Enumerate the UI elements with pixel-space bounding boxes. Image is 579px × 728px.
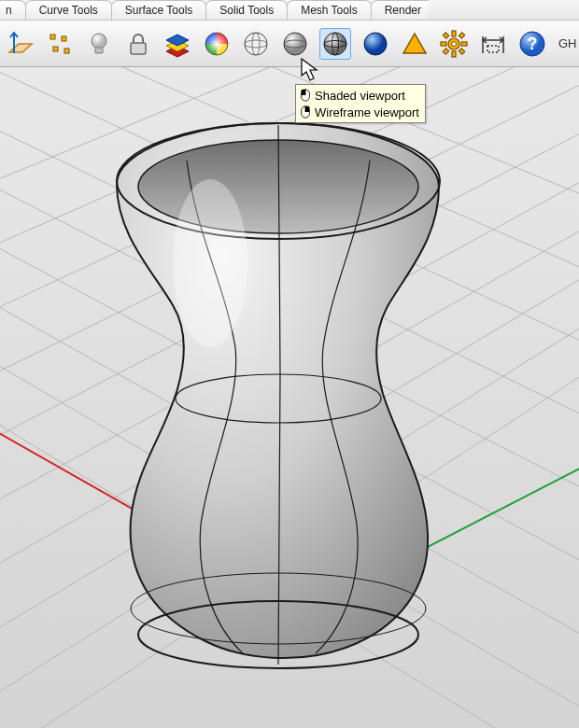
tab-label: Surface Tools xyxy=(125,4,193,17)
svg-rect-5 xyxy=(64,49,69,53)
help-icon[interactable]: ? xyxy=(517,28,547,60)
viewport-3d[interactable] xyxy=(0,67,579,728)
svg-marker-23 xyxy=(403,34,426,53)
light-icon[interactable] xyxy=(84,28,114,60)
tooltip-label: Shaded viewport xyxy=(315,89,405,103)
shaded-sphere-icon[interactable] xyxy=(319,28,351,60)
layers-icon[interactable] xyxy=(162,28,192,60)
svg-rect-30 xyxy=(459,48,464,53)
tab-mesh-tools[interactable]: Mesh Tools xyxy=(287,0,371,20)
tooltip-row-shaded: Shaded viewport xyxy=(300,87,419,104)
toolbar-trailing-text: GH xyxy=(557,36,577,50)
svg-rect-32 xyxy=(443,48,448,53)
svg-text:?: ? xyxy=(528,35,538,53)
svg-point-33 xyxy=(452,41,457,46)
main-toolbar: ? GH xyxy=(0,21,579,67)
tooltip-label: Wireframe viewport xyxy=(315,105,419,119)
tab-label: Solid Tools xyxy=(219,4,274,17)
svg-point-22 xyxy=(364,33,387,55)
svg-rect-28 xyxy=(461,42,467,46)
mouse-right-icon xyxy=(300,105,311,119)
gear-icon[interactable] xyxy=(439,28,469,60)
tab-surface-tools[interactable]: Surface Tools xyxy=(111,0,207,20)
cplane-icon[interactable] xyxy=(6,28,35,60)
svg-rect-37 xyxy=(487,46,499,52)
tab-curve-tools[interactable]: Curve Tools xyxy=(25,0,112,20)
viewport-canvas xyxy=(0,67,579,728)
display-mode-tooltip: Shaded viewport Wireframe viewport xyxy=(295,84,426,123)
svg-rect-7 xyxy=(95,48,103,53)
tab-render[interactable]: Render xyxy=(371,0,429,20)
lock-icon[interactable] xyxy=(123,28,153,60)
svg-rect-26 xyxy=(452,51,456,57)
svg-rect-4 xyxy=(53,47,58,51)
wireframe-sphere-icon[interactable] xyxy=(241,28,271,60)
tooltip-row-wireframe: Wireframe viewport xyxy=(300,104,419,120)
points-icon[interactable] xyxy=(45,28,75,60)
svg-point-14 xyxy=(245,33,267,55)
svg-rect-25 xyxy=(452,31,456,36)
tab-partial-left[interactable]: n xyxy=(0,0,26,20)
tab-solid-tools[interactable]: Solid Tools xyxy=(205,0,288,20)
tab-label: n xyxy=(6,4,12,17)
tab-label: Render xyxy=(385,4,421,17)
material-icon[interactable] xyxy=(202,28,232,60)
svg-point-19 xyxy=(324,33,346,55)
tool-tabstrip: n Curve Tools Surface Tools Solid Tools … xyxy=(0,0,579,21)
tab-label: Curve Tools xyxy=(39,4,98,17)
svg-rect-31 xyxy=(459,32,464,37)
svg-rect-2 xyxy=(50,35,55,39)
mouse-left-icon xyxy=(300,89,311,102)
svg-rect-8 xyxy=(131,43,146,54)
svg-point-17 xyxy=(284,33,306,55)
svg-rect-29 xyxy=(443,32,448,37)
svg-rect-27 xyxy=(441,42,446,46)
svg-marker-0 xyxy=(9,44,32,52)
rendered-sphere-icon[interactable] xyxy=(360,28,390,60)
svg-point-6 xyxy=(92,34,106,49)
tab-label: Mesh Tools xyxy=(301,4,357,17)
dimension-icon[interactable] xyxy=(478,28,508,60)
triangle-icon[interactable] xyxy=(400,28,430,60)
svg-rect-3 xyxy=(62,36,66,41)
svg-point-65 xyxy=(173,179,247,347)
ghosted-sphere-icon[interactable] xyxy=(280,28,310,60)
